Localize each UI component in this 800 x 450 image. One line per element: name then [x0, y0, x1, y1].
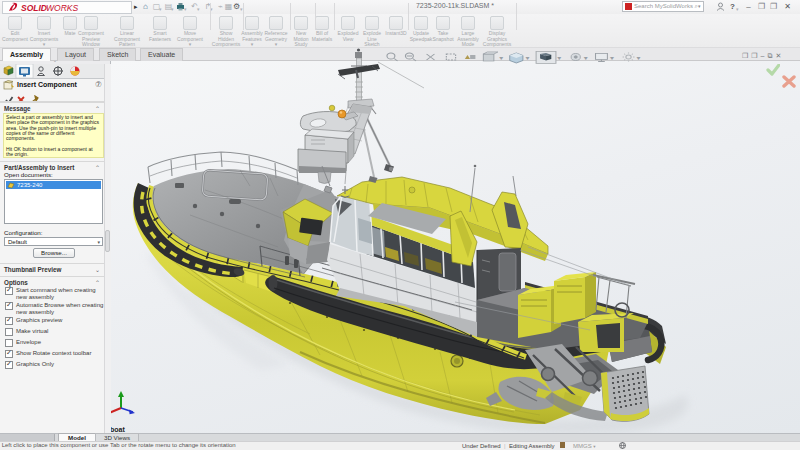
svg-text:▾: ▾ [557, 55, 562, 61]
svg-text:boat: boat [110, 426, 125, 433]
svg-text:▾: ▾ [636, 55, 641, 61]
svg-text:▾: ▾ [499, 55, 504, 61]
svg-text:▾: ▾ [610, 55, 615, 61]
svg-text:▾: ▾ [526, 55, 531, 61]
svg-text:▾: ▾ [584, 55, 589, 61]
